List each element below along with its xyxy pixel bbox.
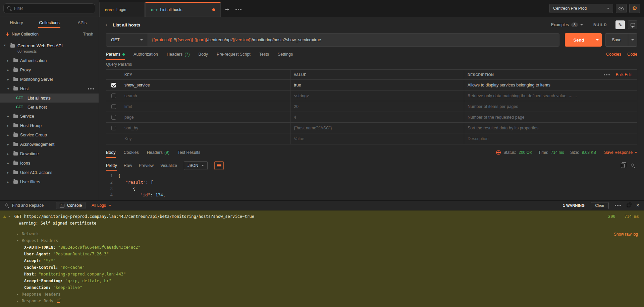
response-tab-headers[interactable]: Headers (9) [147,147,170,158]
show-raw-log-link[interactable]: Show raw log [614,232,638,237]
param-value[interactable]: true [290,80,464,90]
folder-service[interactable]: Service [0,112,99,121]
folder-proxy[interactable]: Proxy [0,65,99,75]
log-section-request-headers[interactable]: Request Headers [3,237,639,244]
bulk-edit-link[interactable]: Bulk Edit [616,72,632,77]
folder-monitoring-server[interactable]: Monitoring Server [0,75,99,84]
response-tab-cookies[interactable]: Cookies [124,147,139,158]
chevron-right-icon[interactable] [106,23,110,26]
param-key[interactable]: show_service [121,80,290,90]
sidebar-tab-history[interactable]: History [0,17,33,28]
param-description[interactable]: Number of items per pages [464,101,637,112]
param-key[interactable]: sort_by [121,123,290,133]
tab-settings[interactable]: Settings [278,49,293,60]
settings-button[interactable] [629,4,640,13]
param-description[interactable]: Number of the requested page [464,112,637,122]
folder-host[interactable]: Host [0,84,99,94]
chevron-down-icon[interactable] [8,213,12,220]
view-pretty[interactable]: Pretty [106,161,117,171]
param-checkbox[interactable] [111,115,116,120]
folder-host-group[interactable]: Host Group [0,121,99,130]
param-key[interactable]: page [121,112,290,122]
tab-authorization[interactable]: Authorization [133,49,158,60]
new-tab-button[interactable] [221,2,233,17]
tab-pre-request-script[interactable]: Pre-request Script [217,49,251,60]
console-log[interactable]: GET https://monitoring-preprod.company.l… [0,210,644,307]
param-checkbox[interactable] [111,83,116,87]
folder-acknowledgement[interactable]: Acknowledgement [0,140,99,149]
param-value[interactable]: 4 [290,112,464,122]
tab-params[interactable]: Params [106,49,125,60]
search-icon[interactable] [631,163,635,168]
param-value[interactable]: <string> [290,90,464,101]
folder-user-filters[interactable]: User filters [0,177,99,187]
param-value-placeholder[interactable]: Value [290,133,464,144]
sidebar-tab-apis[interactable]: APIs [66,17,99,28]
log-section-response-body[interactable]: Response Body [3,298,639,304]
new-collection-button[interactable]: New Collection [5,32,39,37]
folder-user-acl-actions[interactable]: User ACL actions [0,168,99,177]
folder-icons[interactable]: Icons [0,159,99,168]
save-button[interactable]: Save [605,33,637,47]
param-description[interactable]: Allows to display services belonging to … [464,80,637,90]
folder-downtime[interactable]: Downtime [0,149,99,159]
tab-login[interactable]: POST Login [99,2,145,17]
find-and-replace-button[interactable]: Find and Replace [5,203,44,208]
save-options-caret[interactable] [628,39,637,41]
param-description[interactable]: Retrieve only data matching the defined … [464,90,637,101]
param-key-placeholder[interactable]: Key [121,133,290,144]
param-checkbox[interactable] [111,94,116,98]
url-input[interactable]: {{protocol}}://{{server}}:{{port}}/centr… [148,33,559,47]
clear-console-button[interactable]: Clear [591,202,608,209]
folder-authentication[interactable]: Authentication [0,56,99,65]
param-description-placeholder[interactable]: Description [464,133,637,144]
filter-input[interactable] [14,6,92,11]
copy-icon[interactable] [621,164,625,168]
network-icon[interactable] [496,150,501,155]
tab-headers[interactable]: Headers (7) [167,49,190,60]
tab-list-all-hosts[interactable]: GET List all hosts [145,2,221,17]
folder-service-group[interactable]: Service Group [0,130,99,140]
request-list-all-hosts[interactable]: GET List all hosts [0,94,99,103]
param-value[interactable]: 20 [290,101,464,112]
code-link[interactable]: Code [627,52,637,57]
tab-body[interactable]: Body [199,49,208,60]
open-in-new-icon[interactable] [57,300,60,303]
log-section-network[interactable]: Network [3,231,639,237]
send-options-caret[interactable] [593,39,602,41]
response-tab-body[interactable]: Body [106,147,116,158]
more-tabs-button[interactable] [233,2,244,17]
examples-dropdown[interactable]: Examples 3 [551,22,583,27]
collection-centreon-web-restapi[interactable]: Centreon Web RestAPI 60 requests [0,40,99,56]
close-console-icon[interactable] [636,203,639,208]
sidebar-tab-collections[interactable]: Collections [33,17,66,28]
save-response-button[interactable]: Save Response [604,150,637,155]
console-tab[interactable]: Console [56,202,86,209]
log-entry-request[interactable]: GET https://monitoring-preprod.company.l… [3,213,639,220]
log-section-response-headers[interactable]: Response Headers [3,291,639,298]
format-selector[interactable]: JSON [184,161,208,170]
method-selector[interactable]: GET [106,33,148,47]
environment-selector[interactable]: Centreon Pre Prod [549,4,613,13]
tab-tests[interactable]: Tests [259,49,269,60]
response-body-viewer[interactable]: 1 { 2 "result": [ 3 { 4 "id": 174, [106,173,637,200]
request-get-a-host[interactable]: GET Get a host [0,103,99,112]
filter-input-box[interactable] [3,3,95,13]
open-in-new-icon[interactable] [627,204,630,207]
view-raw[interactable]: Raw [124,161,132,171]
wrap-lines-button[interactable] [214,161,224,170]
environment-quick-look-button[interactable] [616,4,627,13]
comments-button[interactable] [628,20,637,29]
cookies-link[interactable]: Cookies [606,52,621,57]
response-tab-test-results[interactable]: Test Results [177,147,200,158]
param-checkbox[interactable] [111,126,116,130]
console-options-icon[interactable] [615,205,621,206]
send-button[interactable]: Send [565,33,602,47]
folder-options-icon[interactable] [88,88,94,89]
param-checkbox[interactable] [111,104,116,109]
view-visualize[interactable]: Visualize [160,161,177,171]
trash-button[interactable]: Trash [83,32,93,37]
param-key[interactable]: limit [121,101,290,112]
table-options-icon[interactable] [604,74,610,75]
edit-description-button[interactable] [615,20,625,29]
